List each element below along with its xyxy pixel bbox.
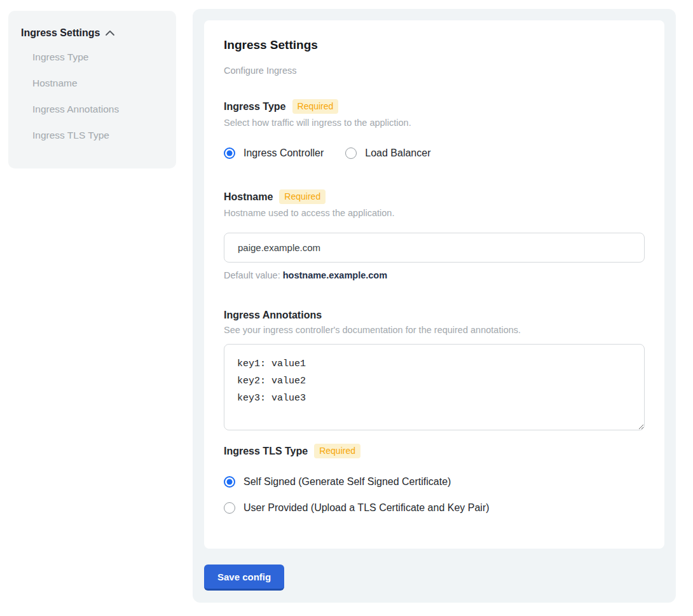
sidebar-item-list: Ingress Type Hostname Ingress Annotation… xyxy=(32,51,163,141)
ingress-annotations-label: Ingress Annotations xyxy=(224,310,322,321)
ingress-type-label: Ingress Type xyxy=(224,101,286,113)
radio-unselected-icon[interactable] xyxy=(224,502,235,514)
radio-unselected-icon[interactable] xyxy=(345,147,357,159)
page-subtitle: Configure Ingress xyxy=(224,65,645,76)
hostname-help: Hostname used to access the application. xyxy=(224,208,645,218)
hostname-section: Hostname Required Hostname used to acces… xyxy=(224,189,645,280)
settings-sidebar: Ingress Settings Ingress Type Hostname I… xyxy=(8,11,176,168)
sidebar-item-ingress-tls-type[interactable]: Ingress TLS Type xyxy=(32,130,163,141)
ingress-tls-type-radio-group: Self Signed (Generate Self Signed Certif… xyxy=(224,476,645,514)
required-badge: Required xyxy=(314,444,360,458)
hostname-input[interactable] xyxy=(224,233,645,263)
sidebar-item-ingress-type[interactable]: Ingress Type xyxy=(32,51,163,63)
ingress-type-radio-group: Ingress Controller Load Balancer xyxy=(224,147,645,159)
radio-selected-icon[interactable] xyxy=(224,147,235,159)
radio-self-signed[interactable]: Self Signed (Generate Self Signed Certif… xyxy=(224,476,645,488)
radio-ingress-controller[interactable]: Ingress Controller xyxy=(224,147,324,159)
radio-load-balancer[interactable]: Load Balancer xyxy=(345,147,430,159)
chevron-up-icon xyxy=(105,30,115,36)
hostname-label: Hostname xyxy=(224,191,273,203)
required-badge: Required xyxy=(279,189,326,204)
hostname-default-value: Default value: hostname.example.com xyxy=(224,270,645,280)
sidebar-item-hostname[interactable]: Hostname xyxy=(32,78,163,89)
ingress-annotations-help: See your ingress controller's documentat… xyxy=(224,325,645,335)
ingress-annotations-textarea[interactable]: key1: value1 key2: value2 key3: value3 xyxy=(224,344,645,430)
sidebar-section-label: Ingress Settings xyxy=(21,27,100,39)
save-config-button[interactable]: Save config xyxy=(204,565,284,591)
ingress-type-section: Ingress Type Required Select how traffic… xyxy=(224,99,645,159)
ingress-type-help: Select how traffic will ingress to the a… xyxy=(224,118,645,128)
ingress-tls-type-section: Ingress TLS Type Required Self Signed (G… xyxy=(224,444,645,514)
sidebar-item-ingress-annotations[interactable]: Ingress Annotations xyxy=(32,104,163,115)
ingress-settings-card: Ingress Settings Configure Ingress Ingre… xyxy=(204,20,664,549)
ingress-annotations-section: Ingress Annotations See your ingress con… xyxy=(224,310,645,430)
page-title: Ingress Settings xyxy=(224,38,645,52)
sidebar-section-toggle[interactable]: Ingress Settings xyxy=(21,27,163,39)
ingress-tls-type-label: Ingress TLS Type xyxy=(224,446,308,457)
ingress-settings-panel: Ingress Settings Configure Ingress Ingre… xyxy=(193,9,676,603)
radio-user-provided[interactable]: User Provided (Upload a TLS Certificate … xyxy=(224,502,645,514)
radio-selected-icon[interactable] xyxy=(224,476,235,488)
required-badge: Required xyxy=(292,99,339,114)
